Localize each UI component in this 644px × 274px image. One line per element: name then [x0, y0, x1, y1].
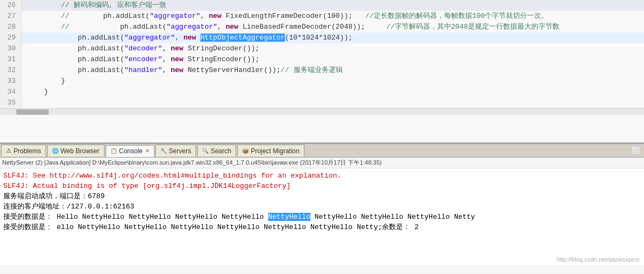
code-line-33: 33 } [0, 76, 644, 87]
problems-icon: ⚠ [6, 147, 11, 154]
tab-problems-label: Problems [14, 147, 41, 155]
code-text: ph.addLast( [27, 34, 124, 42]
string-literal: "aggregator" [124, 34, 175, 42]
code-lines: 26 // 解码和编码, 应和客户端一致 27 // ph.addLast("a… [0, 0, 644, 108]
code-text: ph.addLast( [69, 12, 149, 20]
line-num-32: 32 [0, 65, 22, 76]
keyword-new: new [171, 66, 183, 74]
highlighted-class: HttpObjectAggregator [200, 34, 285, 42]
comment: // [27, 23, 69, 31]
tab-projectmigration-label: Project Migration [251, 147, 300, 155]
tab-servers-label: Servers [169, 147, 191, 155]
tab-servers[interactable]: 🔧 Servers [155, 145, 196, 156]
console-area: NettyServer (2) [Java Application] D:\My… [0, 158, 644, 265]
console-content: SLF4J: See http://www.slf4j.org/codes.ht… [0, 168, 644, 234]
line-content-27: // ph.addLast("aggregator", new FixedLen… [22, 11, 548, 22]
code-text: , [200, 12, 209, 20]
code-line-32: 32 ph.addLast("handler", new NettyServer… [0, 65, 644, 76]
code-text: , [162, 66, 171, 74]
line-content-32: ph.addLast("handler", new NettyServerHan… [22, 65, 343, 76]
tab-console-label: Console [119, 147, 143, 155]
code-text: , [217, 23, 226, 31]
line-content-31: ph.addLast("encoder", new StringEncoder(… [22, 54, 259, 65]
line-content-33: } [22, 76, 65, 87]
code-line-27: 27 // ph.addLast("aggregator", new Fixed… [0, 11, 644, 22]
code-text: FixedLengthFrameDecoder(100)); [222, 12, 365, 20]
string-literal: "aggregator" [166, 23, 217, 31]
code-text: StringEncoder()); [184, 55, 259, 63]
scrollbar-thumb[interactable] [16, 109, 49, 115]
code-editor: 26 // 解码和编码, 应和客户端一致 27 // ph.addLast("a… [0, 0, 644, 143]
webbrowser-icon: 🌐 [52, 148, 58, 154]
code-line-35: 35 [0, 97, 644, 108]
console-info-bar: NettyServer (2) [Java Application] D:\My… [0, 158, 644, 168]
line-content-29: ph.addLast("aggregator", new HttpObjectA… [22, 32, 353, 43]
code-line-30: 30 ph.addLast("decoder", new StringDecod… [0, 43, 644, 54]
tab-bar: ⚠ Problems 🌐 Web Browser 📋 Console ✕ 🔧 S… [0, 143, 644, 158]
code-line-31: 31 ph.addLast("encoder", new StringEncod… [0, 54, 644, 65]
code-text: (10*1024*1024)); [285, 34, 353, 42]
tab-search[interactable]: 🔍 Search [197, 145, 236, 156]
code-line-26: 26 // 解码和编码, 应和客户端一致 [0, 0, 644, 11]
line-content-30: ph.addLast("decoder", new StringDecoder(… [22, 43, 259, 54]
comment: // [27, 12, 69, 20]
line-num-34: 34 [0, 87, 22, 97]
keyword-new: new [171, 55, 183, 63]
line-num-27: 27 [0, 11, 22, 22]
console-close-icon[interactable]: ✕ [145, 148, 149, 154]
keyword-new: new [226, 23, 238, 31]
code-text [196, 34, 200, 42]
tab-webbrowser[interactable]: 🌐 Web Browser [47, 145, 105, 156]
tab-webbrowser-label: Web Browser [61, 147, 100, 155]
line-num-35: 35 [0, 97, 22, 108]
string-literal: "encoder" [124, 55, 162, 63]
code-text: LineBasedFrameDecoder(2048)); [238, 23, 386, 31]
code-text: StringDecoder()); [184, 44, 259, 53]
maximize-button[interactable]: ⬜ [629, 146, 643, 155]
code-text: ph.addLast( [69, 23, 166, 31]
string-literal: "aggregator" [149, 12, 200, 20]
comment: // 解码和编码, 应和客户端一致 [27, 1, 166, 9]
tab-projectmigration[interactable]: 📦 Project Migration [237, 145, 304, 156]
console-line-1: SLF4J: See http://www.slf4j.org/codes.ht… [3, 171, 641, 181]
line-num-30: 30 [0, 43, 22, 54]
comment: //字节解码器，其中2048是规定一行数据最大的字节数 [386, 23, 560, 31]
code-text: , [162, 44, 171, 53]
line-content-35 [22, 97, 31, 108]
highlighted-netty: NettyHello [268, 213, 310, 221]
search-icon: 🔍 [202, 148, 209, 154]
code-line-34: 34 } [0, 87, 644, 97]
projectmigration-icon: 📦 [242, 148, 249, 154]
line-num-26: 26 [0, 0, 22, 11]
code-text: ph.addLast( [27, 66, 124, 74]
console-line-6: 接受的数据是： ello NettyHello NettyHello Netty… [3, 222, 641, 232]
tab-problems[interactable]: ⚠ Problems [1, 145, 46, 156]
code-text: NettyServerHandler()); [184, 66, 281, 74]
code-text: , [162, 55, 171, 63]
keyword-new: new [209, 12, 221, 20]
comment: //定长数据帧的解码器，每帧数据100个字节就切分一次。 [365, 12, 548, 20]
console-line-2: SLF4J: Actual binding is of type [org.sl… [3, 181, 641, 191]
code-text: , [175, 34, 184, 42]
servers-icon: 🔧 [160, 148, 167, 154]
console-icon: 📋 [110, 148, 117, 154]
console-line-4: 连接的客户端地址：/127.0.0.1:62163 [3, 201, 641, 212]
code-text: ph.addLast( [27, 55, 124, 63]
horizontal-scrollbar[interactable] [0, 108, 644, 115]
keyword-new: new [184, 34, 196, 42]
keyword-new: new [171, 44, 183, 53]
line-content-26: // 解码和编码, 应和客户端一致 [22, 0, 166, 11]
tab-console[interactable]: 📋 Console ✕ [106, 145, 154, 157]
tab-search-label: Search [211, 147, 231, 155]
code-line-28: 28 // ph.addLast("aggregator", new LineB… [0, 22, 644, 32]
watermark: http://blog.csdn.net/qazwsxpcm [557, 256, 640, 263]
string-literal: "decoder" [124, 44, 162, 53]
line-num-28: 28 [0, 22, 22, 32]
comment: // 服务端业务逻辑 [281, 66, 342, 74]
console-line-5: 接受的数据是： Hello NettyHello NettyHello Nett… [3, 212, 641, 222]
code-line-29: 29 ph.addLast("aggregator", new HttpObje… [0, 32, 644, 43]
string-literal: "handler" [124, 66, 162, 74]
code-text: ph.addLast( [27, 44, 124, 53]
line-num-33: 33 [0, 76, 22, 87]
line-content-28: // ph.addLast("aggregator", new LineBase… [22, 22, 560, 32]
